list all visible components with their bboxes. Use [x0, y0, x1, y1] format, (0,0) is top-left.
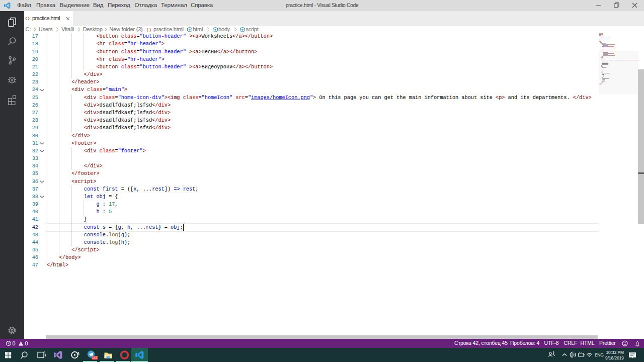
svg-text:0: 0	[25, 340, 28, 346]
svg-text:0: 0	[13, 340, 16, 346]
svg-text:147: 147	[92, 356, 98, 359]
